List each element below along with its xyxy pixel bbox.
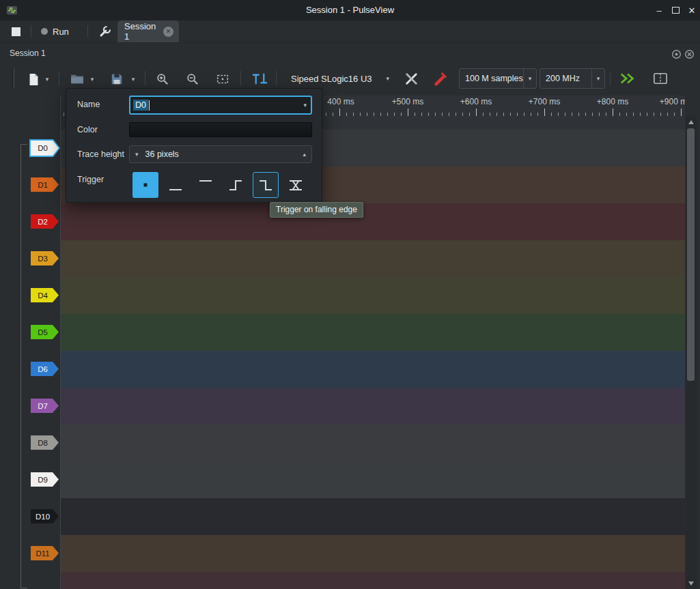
sample-rate-select[interactable]: 200 MHz ▾ bbox=[540, 68, 605, 89]
toolbar-handle[interactable] bbox=[12, 68, 13, 89]
spin-up-button[interactable]: ▴ bbox=[303, 152, 306, 158]
zoom-out-button[interactable] bbox=[184, 71, 201, 87]
channel-flag-d9[interactable]: D9 bbox=[31, 472, 59, 487]
trigger-low-icon bbox=[167, 176, 184, 194]
trace-row-d11[interactable] bbox=[61, 535, 685, 572]
device-selector[interactable]: Sipeed SLogic16 U3 ▾ bbox=[284, 68, 396, 89]
tooltip: Trigger on falling edge bbox=[270, 202, 363, 218]
zoom-fit-button[interactable] bbox=[214, 71, 231, 87]
dock-float-button[interactable] bbox=[671, 48, 682, 60]
trace-row-d9[interactable] bbox=[61, 461, 685, 498]
channel-flag-d2[interactable]: D2 bbox=[31, 214, 59, 229]
trace-height-spinbox[interactable]: ▾ 36 pixels ▴ bbox=[129, 145, 312, 163]
save-menu-button[interactable]: ▾ bbox=[128, 72, 138, 86]
scroll-down-button[interactable] bbox=[686, 579, 697, 588]
tab-session-1[interactable]: Session 1 ✕ bbox=[117, 20, 179, 42]
sample-count-select[interactable]: 100 M samples ▾ bbox=[459, 68, 537, 89]
ruler-label: +900 ms bbox=[660, 97, 685, 106]
color-swatch-button[interactable] bbox=[129, 122, 312, 137]
zoom-in-button[interactable] bbox=[154, 71, 171, 87]
channel-flag-d4[interactable]: D4 bbox=[31, 288, 59, 302]
channel-flag-d7[interactable]: D7 bbox=[31, 399, 59, 413]
tab-label: Session 1 bbox=[124, 21, 159, 42]
tab-close-button[interactable]: ✕ bbox=[163, 27, 173, 37]
toolbar-handle[interactable] bbox=[14, 68, 14, 89]
app-window: Session 1 - PulseView – ✕ Run Session bbox=[0, 0, 700, 589]
minimize-button[interactable]: – bbox=[651, 0, 667, 20]
dock-close-button[interactable] bbox=[684, 48, 695, 60]
close-button[interactable]: ✕ bbox=[684, 0, 700, 20]
run-button[interactable]: Run bbox=[36, 23, 74, 40]
channel-label: D7 bbox=[38, 402, 48, 410]
channel-label: D8 bbox=[38, 439, 48, 447]
channel-flag-d5[interactable]: D5 bbox=[31, 325, 59, 339]
trigger-none-button[interactable] bbox=[132, 172, 158, 198]
channel-flag-d8[interactable]: D8 bbox=[31, 435, 59, 450]
channel-label: D1 bbox=[38, 181, 48, 189]
trace-row-d5[interactable] bbox=[61, 314, 685, 351]
trigger-rising-edge-icon bbox=[227, 176, 244, 194]
ruler-label: 400 ms bbox=[327, 97, 354, 106]
ruler-label: +500 ms bbox=[392, 97, 423, 106]
show-triggers-button[interactable] bbox=[249, 69, 270, 88]
trigger-high-button[interactable] bbox=[193, 172, 219, 198]
scroll-up-button[interactable] bbox=[686, 117, 697, 127]
separator bbox=[610, 71, 611, 86]
channel-flag-d11[interactable]: D11 bbox=[31, 546, 59, 560]
trigger-change-button[interactable] bbox=[283, 172, 309, 198]
close-icon bbox=[684, 49, 695, 59]
stop-icon bbox=[12, 27, 20, 36]
configure-device-button[interactable] bbox=[402, 69, 421, 88]
configure-channels-button[interactable] bbox=[430, 69, 449, 88]
label-area-divider bbox=[60, 96, 61, 589]
channel-flag-d1[interactable]: D1 bbox=[31, 177, 59, 192]
new-session-menu-button[interactable]: ▾ bbox=[42, 72, 52, 86]
sample-rate-value: 200 MHz bbox=[540, 74, 591, 83]
trace-row-d10[interactable] bbox=[61, 498, 685, 535]
channel-label: D4 bbox=[38, 291, 48, 300]
open-menu-button[interactable]: ▾ bbox=[87, 72, 97, 86]
spin-down-button[interactable]: ▾ bbox=[135, 152, 139, 158]
stop-button[interactable] bbox=[7, 23, 25, 40]
trigger-falling-edge-icon bbox=[257, 176, 275, 194]
channel-flag-d6[interactable]: D6 bbox=[31, 362, 59, 376]
zoom-out-icon bbox=[186, 72, 199, 86]
trace-row-d2[interactable] bbox=[61, 203, 685, 240]
trace-row-partial[interactable] bbox=[61, 572, 685, 589]
trace-row-d7[interactable] bbox=[61, 388, 685, 425]
channel-properties-popup: Name D0 ▾ Color Trace height ▾ 36 pixels… bbox=[66, 88, 322, 203]
channel-name-input[interactable]: D0 ▾ bbox=[129, 96, 312, 115]
channel-label: D10 bbox=[36, 513, 50, 521]
ruler-label: +800 ms bbox=[597, 97, 628, 106]
sample-count-value: 100 M samples bbox=[460, 74, 523, 83]
add-decoder-button[interactable] bbox=[617, 68, 638, 89]
trigger-falling-button[interactable] bbox=[253, 172, 279, 198]
channel-flag-d3[interactable]: D3 bbox=[31, 251, 59, 265]
channel-label: D5 bbox=[38, 328, 48, 336]
trace-group-bracket[interactable] bbox=[20, 144, 27, 588]
text-caret bbox=[149, 100, 150, 111]
open-button[interactable] bbox=[68, 71, 86, 87]
new-session-button[interactable] bbox=[25, 70, 42, 88]
maximize-button[interactable] bbox=[667, 0, 684, 20]
trace-row-d6[interactable] bbox=[61, 351, 685, 388]
save-button[interactable] bbox=[108, 70, 126, 88]
channel-label: D9 bbox=[38, 476, 48, 484]
trace-row-d4[interactable] bbox=[61, 277, 685, 314]
new-view-button[interactable] bbox=[650, 68, 671, 89]
settings-button[interactable] bbox=[96, 22, 115, 41]
separator bbox=[145, 71, 145, 86]
zoom-fit-icon bbox=[216, 72, 229, 86]
chevron-down-icon: ▾ bbox=[91, 76, 94, 83]
trace-row-d8[interactable] bbox=[61, 425, 685, 461]
scrollbar-thumb[interactable] bbox=[687, 128, 695, 381]
trigger-high-icon bbox=[197, 176, 214, 194]
trigger-rising-button[interactable] bbox=[223, 172, 249, 198]
titlebar[interactable]: Session 1 - PulseView – ✕ bbox=[0, 0, 700, 20]
trace-row-d3[interactable] bbox=[61, 240, 685, 277]
chevron-down-icon: ▾ bbox=[524, 76, 536, 82]
channel-flag-d10[interactable]: D10 bbox=[31, 509, 59, 523]
trigger-low-button[interactable] bbox=[163, 172, 188, 198]
wrench-icon bbox=[98, 25, 112, 38]
channel-flag-d0[interactable]: D0 bbox=[29, 139, 60, 157]
